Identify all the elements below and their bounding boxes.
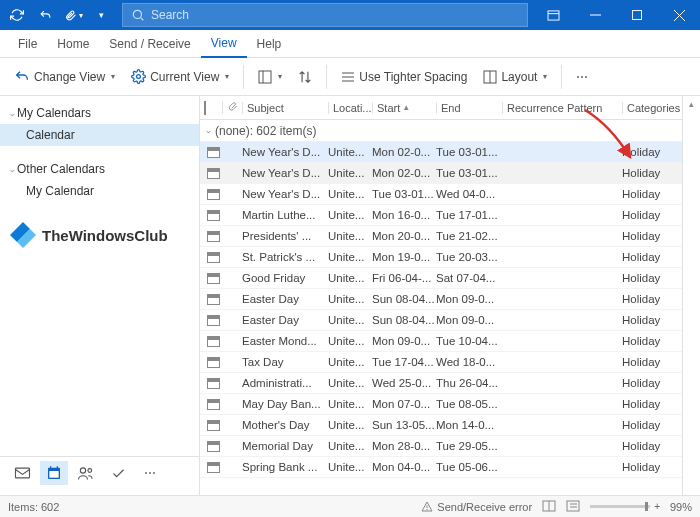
watermark-icon — [10, 222, 36, 248]
view-normal-button[interactable] — [542, 500, 556, 514]
table-row[interactable]: Easter DayUnite...Sun 08-04...Mon 09-0..… — [200, 289, 682, 310]
view-reading-button[interactable] — [566, 500, 580, 514]
search-box[interactable]: Search — [122, 3, 528, 27]
menu-sendreceive[interactable]: Send / Receive — [99, 31, 200, 57]
table-row[interactable]: Good FridayUnite...Fri 06-04-...Sat 07-0… — [200, 268, 682, 289]
column-location[interactable]: Locati... — [328, 102, 372, 114]
layout-icon — [483, 70, 497, 84]
svg-rect-4 — [632, 10, 641, 19]
status-item-count: Items: 602 — [8, 501, 59, 513]
qat-customize[interactable]: ▾ — [88, 2, 114, 28]
change-view-icon — [14, 69, 30, 85]
search-placeholder: Search — [151, 8, 189, 22]
undo-button[interactable] — [32, 2, 58, 28]
tasks-icon — [111, 466, 126, 481]
zoom-slider[interactable]: + — [590, 501, 660, 512]
sort-icon — [298, 70, 312, 84]
table-row[interactable]: Administrati...Unite...Wed 25-0...Thu 26… — [200, 373, 682, 394]
svg-point-21 — [88, 468, 92, 472]
chevron-down-icon: ⌵ — [10, 165, 15, 174]
sort-asc-icon: ▲ — [402, 103, 410, 112]
attachment-button[interactable]: ▾ — [60, 2, 86, 28]
layout-button[interactable]: Layout▾ — [477, 66, 553, 88]
svg-rect-1 — [548, 10, 559, 19]
column-categories[interactable]: Categories — [622, 102, 682, 114]
maximize-button[interactable] — [616, 0, 658, 30]
nav-people-button[interactable] — [72, 461, 100, 485]
columns-button[interactable]: ▾ — [252, 66, 288, 88]
table-row[interactable]: New Year's D...Unite...Tue 03-01...Wed 0… — [200, 184, 682, 205]
svg-point-7 — [137, 75, 141, 79]
svg-point-20 — [80, 467, 85, 472]
column-end[interactable]: End — [436, 102, 502, 114]
svg-rect-15 — [15, 468, 29, 478]
sidebar-item-mycalendar[interactable]: My Calendar — [0, 180, 199, 202]
table-row[interactable]: May Day Ban...Unite...Mon 07-0...Tue 08-… — [200, 394, 682, 415]
close-button[interactable] — [658, 0, 700, 30]
table-row[interactable]: New Year's D...Unite...Mon 02-0...Tue 03… — [200, 142, 682, 163]
status-sendreceive-error[interactable]: Send/Receive error — [421, 501, 532, 513]
calendar-icon — [46, 465, 62, 481]
nav-mail-button[interactable] — [8, 461, 36, 485]
column-subject[interactable]: Subject — [242, 102, 328, 114]
mail-icon — [14, 466, 31, 480]
zoom-level: 99% — [670, 501, 692, 513]
warning-icon — [421, 501, 433, 513]
svg-rect-26 — [567, 501, 579, 511]
current-view-button[interactable]: Current View▾ — [125, 65, 235, 88]
sort-button[interactable] — [292, 66, 318, 88]
nav-more-button[interactable]: ⋯ — [136, 461, 164, 485]
svg-rect-17 — [49, 471, 58, 478]
chevron-down-icon: ⌵ — [10, 109, 15, 118]
column-headers: Subject Locati... Start▲ End Recurrence … — [200, 96, 682, 120]
nav-calendar-button[interactable] — [40, 461, 68, 485]
table-row[interactable]: Easter Mond...Unite...Mon 09-0...Tue 10-… — [200, 331, 682, 352]
people-icon — [77, 466, 95, 481]
chevron-down-icon: ⌵ — [206, 126, 211, 135]
menu-view[interactable]: View — [201, 30, 247, 58]
table-row[interactable]: Presidents' ...Unite...Mon 20-0...Tue 21… — [200, 226, 682, 247]
group-header[interactable]: ⌵(none): 602 item(s) — [200, 120, 682, 142]
table-row[interactable]: New Year's D...Unite...Mon 02-0...Tue 03… — [200, 163, 682, 184]
sidebar-item-calendar[interactable]: Calendar — [0, 124, 199, 146]
columns-icon — [258, 70, 272, 84]
column-attachment[interactable] — [222, 101, 242, 114]
column-icon[interactable] — [204, 102, 222, 114]
search-icon — [131, 8, 145, 22]
minimize-button[interactable] — [574, 0, 616, 30]
table-row[interactable]: Spring Bank ...Unite...Mon 04-0...Tue 05… — [200, 457, 682, 478]
table-row[interactable]: Tax DayUnite...Tue 17-04...Wed 18-0...Ho… — [200, 352, 682, 373]
tighter-spacing-button[interactable]: Use Tighter Spacing — [335, 66, 473, 88]
refresh-button[interactable] — [4, 2, 30, 28]
paperclip-icon — [227, 101, 238, 112]
column-start[interactable]: Start▲ — [372, 102, 436, 114]
table-row[interactable]: Mother's DayUnite...Sun 13-05...Mon 14-0… — [200, 415, 682, 436]
menu-help[interactable]: Help — [247, 31, 292, 57]
svg-point-0 — [133, 10, 141, 18]
svg-point-23 — [427, 509, 428, 510]
svg-rect-8 — [259, 71, 271, 83]
watermark: TheWindowsClub — [0, 222, 199, 248]
ribbon-overflow[interactable]: ⋯ — [570, 66, 594, 88]
gear-icon — [131, 69, 146, 84]
change-view-button[interactable]: Change View▾ — [8, 65, 121, 89]
menu-file[interactable]: File — [8, 31, 47, 57]
spacing-icon — [341, 70, 355, 84]
scrollbar-vertical[interactable]: ▴ — [682, 96, 700, 495]
menu-home[interactable]: Home — [47, 31, 99, 57]
sidebar-group-mycalendars[interactable]: ⌵My Calendars — [0, 102, 199, 124]
sidebar-group-othercalendars[interactable]: ⌵Other Calendars — [0, 158, 199, 180]
table-row[interactable]: Martin Luthe...Unite...Mon 16-0...Tue 17… — [200, 205, 682, 226]
table-row[interactable]: St. Patrick's ...Unite...Mon 19-0...Tue … — [200, 247, 682, 268]
ribbon-display-button[interactable] — [532, 0, 574, 30]
nav-tasks-button[interactable] — [104, 461, 132, 485]
column-recurrence[interactable]: Recurrence Pattern — [502, 102, 622, 114]
table-row[interactable]: Easter DayUnite...Sun 08-04...Mon 09-0..… — [200, 310, 682, 331]
table-row[interactable]: Memorial DayUnite...Mon 28-0...Tue 29-05… — [200, 436, 682, 457]
